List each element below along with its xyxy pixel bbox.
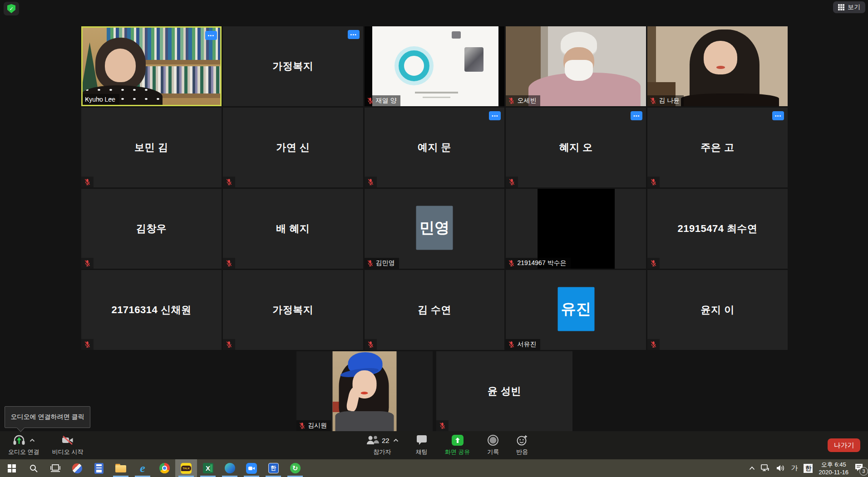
participant-tile[interactable]: 오세빈 [506,26,646,106]
meeting-security-button[interactable]: ✓ [4,2,19,15]
participant-tile[interactable]: 가정복지••• [223,26,363,106]
clock-time: 오후 6:45 [819,461,848,468]
participant-tile[interactable]: 윤 성빈 [436,351,572,431]
tile-more-options-button[interactable]: ••• [348,30,360,39]
participant-tile[interactable]: 김창우 [81,189,222,269]
ime-mode-indicator[interactable]: 가 [791,464,798,472]
participant-tile[interactable]: 가정복지 [223,270,363,350]
network-icon[interactable] [761,464,770,472]
muted-mic-icon [226,178,232,186]
taskbar-button-edge[interactable] [219,459,241,477]
participant-name-center: 윤지 이 [647,270,788,350]
participant-tile[interactable]: 21716314 신채원 [81,270,222,350]
participants-button[interactable]: 22 참가자 [363,434,401,456]
green-arrow-icon [17,437,21,444]
taskbar-button-excel[interactable]: X [197,459,219,477]
participant-name-text: 서유진 [517,340,536,349]
participant-name-center: 예지 문 [365,108,505,187]
tile-more-options-button[interactable]: ••• [489,111,501,120]
muted-mic-icon [508,260,515,267]
participant-tile[interactable]: 김 나윤 [647,26,788,106]
participant-name-text: 김시원 [308,422,327,430]
taskbar-button-calc[interactable] [88,459,110,477]
taskbar-button-start[interactable] [1,459,23,477]
muted-mic-icon [84,178,91,186]
edge-icon [225,463,235,473]
record-button[interactable]: 기록 [484,434,502,456]
muted-mic-icon [367,260,374,267]
taskbar-button-kakaotalk[interactable]: TALK [175,459,197,477]
tile-more-options-button[interactable]: ••• [772,111,784,120]
participant-tile[interactable]: •••Kyuho Lee [81,26,222,106]
tile-more-options-button[interactable]: ••• [205,31,217,40]
security-shield-icon: ✓ [7,4,15,13]
participant-tile[interactable]: 주은 고••• [647,108,788,187]
volume-icon[interactable] [776,464,785,472]
participant-tile[interactable]: 윤지 이 [647,270,788,350]
participant-tile[interactable]: 가연 신 [223,108,363,187]
taskbar-button-explorer[interactable] [110,459,132,477]
video-grid-row: 김시원윤 성빈 [81,351,788,431]
tile-more-options-button[interactable]: ••• [631,111,642,120]
tray-chevron-icon[interactable] [749,466,755,470]
participant-tile[interactable]: 김 수연 [365,270,505,350]
muted-mic-icon [650,97,656,104]
taskbar-button-chrome[interactable] [153,459,175,477]
tile-muted-mic [647,177,660,187]
muted-mic-icon [650,341,657,348]
tile-muted-mic [647,258,660,269]
join-audio-button[interactable]: 오디오 연결 [5,434,42,456]
taskbar-button-search[interactable] [23,459,44,477]
participant-tile[interactable]: 재열 양 [365,26,505,106]
task-view-icon [50,464,60,472]
audio-options-chevron-icon[interactable] [30,438,35,442]
participant-name-center: 김 수연 [365,270,505,350]
participant-name-label: 재열 양 [365,95,401,106]
start-video-button[interactable]: 비디오 시작 [49,434,86,456]
share-screen-button[interactable]: 화면 공유 [442,434,473,456]
chat-button[interactable]: 채팅 [413,434,430,456]
taskbar-button-sync[interactable]: ↻ [284,459,306,477]
tile-muted-mic [81,177,94,187]
participant-tile[interactable]: 배 혜지 [223,189,363,269]
taskbar-button-capture[interactable]: ✂ [66,459,88,477]
leave-meeting-button[interactable]: 나가기 [828,438,860,452]
participant-avatar: 민영 [416,206,453,250]
taskbar-clock[interactable]: 오후 6:45 2020-11-16 [819,461,848,476]
muted-mic-icon [650,260,657,267]
video-feed-black [506,189,646,269]
participant-tile[interactable]: 김시원 [296,351,433,431]
participant-tile[interactable]: 혜지 오••• [506,108,646,187]
participant-name-text: 재열 양 [376,97,397,105]
participant-name-label: 김시원 [296,420,331,431]
video-feed-nayun [647,26,788,106]
participants-count: 22 [382,437,390,444]
taskbar-button-hangul[interactable]: 한 [262,459,284,477]
participant-tile[interactable]: 21915474 최수연 [647,189,788,269]
capture-app-icon: ✂ [72,463,82,473]
taskbar-button-zoom[interactable] [241,459,262,477]
taskbar-button-taskview[interactable] [44,459,66,477]
kakaotalk-icon: TALK [181,463,192,474]
zoom-app-icon [246,463,257,474]
participant-tile[interactable]: 유진서유진 [506,270,646,350]
view-button[interactable]: 보기 [833,1,865,13]
participant-tile[interactable]: 민영김민영 [365,189,505,269]
participants-chevron-icon[interactable] [393,438,399,442]
participant-tile[interactable]: 보민 김 [81,108,222,187]
muted-mic-icon [508,178,515,186]
taskbar-button-ie[interactable]: e [132,459,153,477]
action-center-button[interactable]: 3 [854,463,864,474]
participants-label: 참가자 [373,448,391,456]
participants-icon [366,435,380,445]
system-tray: 가 한 오후 6:45 2020-11-16 3 [749,459,868,477]
participant-tile[interactable]: 예지 문••• [365,108,505,187]
participant-tile[interactable]: 21914967 박수은 [506,189,646,269]
participant-name-label: 김민영 [365,258,399,269]
internet-explorer-icon: e [140,462,145,474]
search-icon [29,464,38,473]
tile-muted-mic [365,339,377,350]
ime-language-indicator[interactable]: 한 [804,464,813,473]
reactions-button[interactable]: 반응 [513,434,531,456]
participant-name-label: 오세빈 [506,95,540,106]
